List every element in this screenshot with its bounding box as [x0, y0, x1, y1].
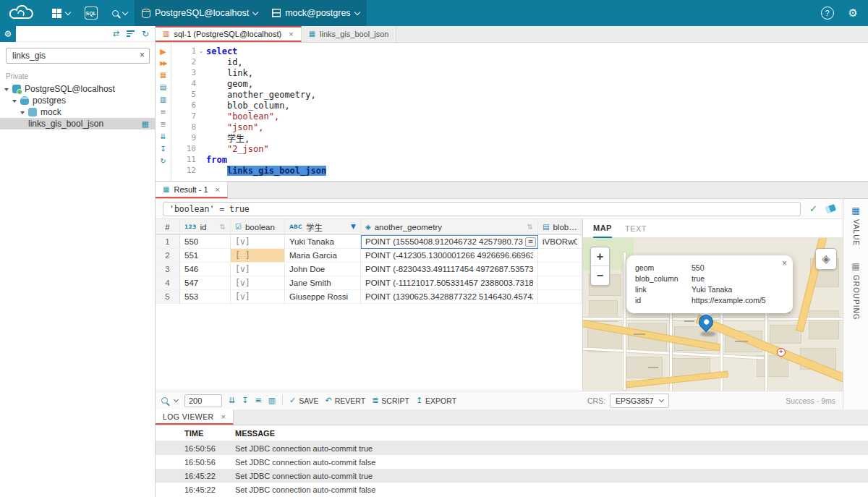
column-header-blob[interactable]: ▤blob_colu	[538, 219, 582, 234]
map-canvas[interactable]: + + − ◈ × geom550blob_columntruelinkYuki…	[583, 238, 843, 391]
cell-boolean[interactable]: [v]	[231, 235, 285, 249]
column-header-id[interactable]: 123id⇅	[180, 219, 231, 234]
column-header-student[interactable]: ABC学生▼	[285, 219, 361, 234]
cell-id[interactable]: 551	[180, 249, 231, 263]
column-header-rownum[interactable]: #	[156, 219, 180, 234]
output-icon[interactable]: ↻	[160, 157, 166, 166]
log-row[interactable]: 16:45:22Set JDBC connection auto-commit …	[156, 469, 868, 483]
save-button[interactable]: ✓ SAVE	[289, 396, 318, 405]
cell-rownum[interactable]: 4	[156, 276, 180, 290]
fetch-all-icon[interactable]: ↧	[242, 396, 248, 404]
zoom-out-button[interactable]: −	[591, 266, 609, 285]
tab-log-viewer[interactable]: LOG VIEWER ×	[156, 409, 234, 425]
cell-id[interactable]: 546	[180, 263, 231, 276]
cell-boolean[interactable]: [ ]	[231, 249, 285, 263]
cell-blob[interactable]: iVBORw0KGg...	[538, 235, 582, 249]
cell-blob[interactable]	[538, 276, 582, 290]
tree-item-PostgreSQL@localhost[interactable]: PostgreSQL@localhost	[0, 83, 155, 95]
refresh-icon[interactable]: ↻	[142, 30, 149, 38]
cell-id[interactable]: 553	[180, 290, 231, 304]
fetch-icon[interactable]: ⇊	[160, 132, 166, 141]
clear-filter-icon[interactable]	[825, 204, 836, 213]
schema-selector[interactable]: mock@postgres	[265, 0, 367, 26]
cell-boolean[interactable]: [v]	[231, 263, 285, 276]
script-button[interactable]: ≣ SCRIPT	[372, 396, 409, 405]
tree-item-links_gis_bool_json[interactable]: links_gis_bool_json▦	[0, 118, 155, 129]
cell-geometry[interactable]: POINT (15550408.912046732 4257980.732...…	[361, 235, 538, 249]
cell-student[interactable]: Yuki Tanaka	[285, 235, 361, 249]
filter-icon[interactable]	[127, 30, 135, 37]
tab-grouping-panel[interactable]: ▦ GROUPING	[851, 262, 859, 320]
sync-icon[interactable]: ⇄	[113, 30, 119, 38]
cell-student[interactable]: Giuseppe Rossi	[285, 290, 361, 304]
cell-geometry[interactable]: POINT (-412305.1300001266 4926696.669635…	[361, 249, 538, 263]
close-icon[interactable]: ×	[782, 258, 787, 268]
apps-menu-button[interactable]	[45, 0, 77, 26]
close-icon[interactable]: ×	[289, 30, 293, 38]
close-icon[interactable]: ×	[221, 412, 226, 421]
execute-icon[interactable]: ▶	[160, 47, 166, 56]
code-area[interactable]: 1⌄select2 id,3 link,4 geom,5 another_geo…	[171, 43, 868, 181]
log-row[interactable]: 16:50:56Set JDBC connection auto-commit …	[156, 441, 868, 455]
crs-select[interactable]: EPSG3857	[610, 394, 669, 408]
cell-rownum[interactable]: 3	[156, 263, 180, 276]
fold-icon[interactable]: ⌄	[196, 48, 206, 54]
cell-menu-icon[interactable]: ≡	[525, 237, 536, 247]
close-icon[interactable]: ×	[216, 185, 220, 194]
panel-toggle-icon[interactable]: ▥	[268, 396, 276, 404]
log-row[interactable]: 16:45:22Set JDBC connection auto-commit …	[156, 483, 868, 496]
tab-text[interactable]: TEXT	[625, 219, 647, 238]
cell-geometry[interactable]: POINT (-8230433.491117454 4972687.535733…	[361, 263, 538, 276]
document-icon[interactable]: ▥	[160, 95, 166, 104]
log-row[interactable]: 16:50:56Set JDBC connection auto-commit …	[156, 455, 868, 469]
zoom-in-button[interactable]: +	[591, 247, 609, 266]
tab-sql-editor[interactable]: ▥ sql-1 (PostgreSQL@localhost) ×	[156, 26, 302, 42]
map-layers-button[interactable]: ◈	[815, 248, 837, 270]
column-header-boolean[interactable]: ☑boolean	[231, 219, 285, 234]
auto-refresh-icon[interactable]	[161, 397, 168, 404]
cell-student[interactable]: Maria Garcia	[285, 249, 361, 263]
navigator-settings-button[interactable]: ⚙	[0, 26, 16, 42]
cell-geometry[interactable]: POINT (-11121017.505331457 2388003.73183…	[361, 276, 538, 290]
sort-icon[interactable]: ⇅	[527, 224, 533, 231]
cell-rownum[interactable]: 5	[156, 290, 180, 304]
cell-id[interactable]: 547	[180, 276, 231, 290]
execute-script-icon[interactable]: ▶▶	[160, 60, 166, 67]
expand-icon[interactable]	[4, 88, 9, 91]
cell-student[interactable]: John Doe	[285, 263, 361, 276]
filter-input[interactable]	[163, 202, 801, 216]
revert-button[interactable]: ↶ REVERT	[326, 396, 366, 405]
download-icon[interactable]: ↧	[160, 145, 166, 153]
cell-blob[interactable]	[538, 263, 582, 276]
sort-icon[interactable]: ⇅	[220, 224, 226, 231]
cell-geometry[interactable]: POINT (1390625.3428877322 5146430.457427…	[361, 290, 538, 304]
settings-button[interactable]: ⚙	[841, 0, 868, 26]
sql-editor-button[interactable]: SQL	[77, 0, 105, 26]
tree-item-mock[interactable]: mock	[0, 106, 155, 118]
list-icon[interactable]: ≡	[160, 108, 166, 116]
cell-rownum[interactable]: 1	[156, 235, 180, 249]
cell-rownum[interactable]: 2	[156, 249, 180, 263]
connection-selector[interactable]: PostgreSQL@localhost	[135, 0, 265, 26]
app-logo[interactable]	[0, 0, 45, 26]
cell-id[interactable]: 550	[180, 235, 231, 249]
search-menu-button[interactable]	[105, 0, 135, 26]
tree-item-postgres[interactable]: postgres	[0, 95, 155, 106]
search-input[interactable]	[6, 48, 150, 64]
tab-map[interactable]: MAP	[593, 219, 612, 238]
fetch-size-input[interactable]	[184, 394, 222, 407]
column-header-geometry[interactable]: ◈another_geometry⇅	[361, 219, 538, 234]
cell-student[interactable]: Jane Smith	[285, 276, 361, 290]
tab-value-panel[interactable]: ▦ VALUE	[851, 206, 859, 246]
expand-icon[interactable]	[12, 100, 17, 103]
tab-table-viewer[interactable]: ▦ links_gis_bool_json	[302, 26, 397, 42]
cell-boolean[interactable]: [v]	[231, 276, 285, 290]
format-icon[interactable]: ▤	[160, 83, 166, 92]
apply-filter-icon[interactable]: ✓	[809, 204, 817, 213]
clear-search-icon[interactable]: ×	[140, 50, 145, 60]
chevron-down-icon[interactable]	[174, 397, 179, 402]
sort-desc-icon[interactable]: ▼	[351, 224, 356, 230]
expand-icon[interactable]	[20, 111, 25, 114]
export-button[interactable]: ↥ EXPORT	[416, 396, 456, 405]
lines-icon[interactable]: ≣	[160, 120, 166, 129]
